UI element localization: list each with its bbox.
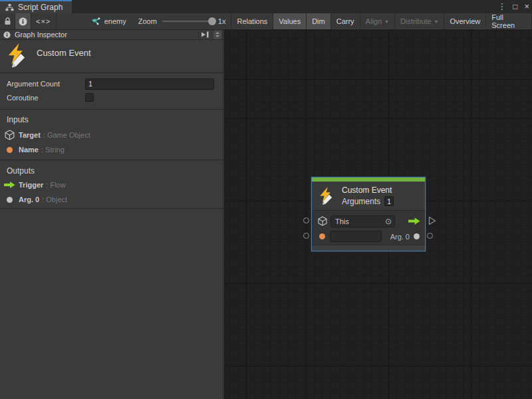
info-icon	[19, 17, 27, 26]
values-button[interactable]: Values	[273, 13, 306, 29]
input-row-name: Name : String	[0, 144, 223, 155]
node-row-target: This ⊙	[312, 213, 425, 229]
target-value: This	[335, 217, 385, 225]
lock-icon	[4, 17, 11, 25]
inspector-title: Graph Inspector	[15, 31, 67, 39]
code-view-button[interactable]: <×>	[31, 13, 56, 29]
port-type: : Game Object	[43, 131, 90, 139]
unit-title: Custom Event	[37, 48, 91, 58]
custom-event-icon	[6, 43, 29, 68]
trigger-output-port[interactable]	[428, 216, 436, 225]
window-menu-icon[interactable]: ⋮	[497, 0, 506, 13]
inputs-header: Inputs	[7, 115, 29, 124]
close-icon[interactable]: ×	[524, 0, 529, 13]
zoom-control: Zoom 1x	[133, 13, 231, 29]
inspector-toggle-button[interactable]	[15, 13, 30, 29]
graph-hierarchy-icon	[5, 4, 14, 11]
relations-label: Relations	[237, 17, 267, 25]
script-graph-asset-icon	[91, 17, 100, 26]
graph-toolbar: <×> enemy Zoom 1x Relations	[0, 13, 532, 30]
overview-button[interactable]: Overview	[444, 13, 485, 29]
titlebar: Script Graph ⋮ □ ×	[0, 0, 532, 13]
port-name: Target	[19, 131, 41, 139]
fullscreen-button[interactable]: Full Screen	[485, 13, 532, 29]
coroutine-label: Coroutine	[7, 94, 39, 102]
output-row-arg0: Arg. 0 : Object	[0, 194, 223, 205]
outputs-header: Outputs	[7, 166, 35, 176]
name-input-port[interactable]	[303, 233, 309, 239]
inputs-section: Inputs Target : Game Object Name : Strin…	[0, 110, 223, 160]
string-dot-icon	[0, 147, 19, 153]
argument-count-input[interactable]: 1	[85, 78, 214, 90]
zoom-slider-handle[interactable]	[208, 17, 216, 25]
scrub-down-icon	[215, 35, 219, 37]
chevron-down-icon: ▼	[384, 19, 389, 24]
node-body: This ⊙ Arg. 0	[312, 211, 425, 245]
port-name: Arg. 0	[19, 196, 39, 203]
graph-reference-breadcrumb[interactable]: enemy	[84, 13, 133, 29]
coroutine-checkbox[interactable]	[85, 93, 94, 102]
flow-arrow-icon	[408, 217, 420, 225]
zoom-label: Zoom	[138, 17, 157, 25]
cube-icon	[318, 216, 327, 226]
info-icon	[3, 31, 11, 39]
custom-event-node[interactable]: Custom Event Arguments 1	[311, 177, 426, 251]
align-label: Align	[366, 17, 382, 25]
target-input-port[interactable]	[303, 217, 309, 223]
maximize-icon[interactable]: □	[513, 0, 517, 13]
window-controls: ⋮ □ ×	[497, 0, 529, 13]
distribute-label: Distribute	[400, 17, 431, 25]
panel-scrubber[interactable]	[213, 31, 221, 39]
object-dot-icon	[0, 197, 19, 203]
output-row-trigger: Trigger : Flow	[0, 180, 223, 190]
dim-label: Dim	[312, 17, 325, 25]
unit-settings-section: Argument Count 1 Coroutine	[0, 74, 223, 110]
port-type: : Flow	[46, 181, 65, 189]
node-header[interactable]: Custom Event Arguments 1	[312, 182, 425, 211]
target-object-dropdown[interactable]: This ⊙	[331, 215, 395, 227]
unit-header-section: Custom Event	[0, 40, 223, 73]
port-type: : String	[41, 146, 65, 154]
relations-button[interactable]: Relations	[231, 13, 273, 29]
carry-label: Carry	[336, 17, 354, 25]
dock-panel-button[interactable]	[198, 31, 211, 39]
unity-script-graph-window: Script Graph ⋮ □ ×	[0, 0, 532, 399]
fullscreen-label: Full Screen	[491, 13, 526, 29]
graph-canvas[interactable]: Custom Event Arguments 1	[224, 30, 532, 399]
dim-button[interactable]: Dim	[306, 13, 331, 29]
graph-reference-label: enemy	[104, 17, 126, 25]
arguments-label: Arguments	[342, 197, 380, 206]
zoom-slider[interactable]	[162, 21, 213, 22]
graph-inspector-panel: Graph Inspector	[0, 30, 223, 399]
name-input-field[interactable]	[330, 231, 382, 242]
outputs-section: Outputs Trigger : Flow Arg. 0 : Object	[0, 161, 223, 209]
overview-label: Overview	[450, 17, 480, 25]
toolbar-separator	[56, 13, 57, 29]
carry-button[interactable]: Carry	[331, 13, 360, 29]
chevron-down-icon: ▼	[434, 19, 438, 24]
input-row-target: Target : Game Object	[0, 130, 223, 140]
port-type: : Object	[42, 196, 67, 203]
scrub-up-icon	[215, 32, 219, 34]
inspector-header: Graph Inspector	[0, 30, 223, 40]
arg0-output-port[interactable]	[427, 233, 433, 239]
values-label: Values	[279, 17, 301, 25]
node-row-arg0: Arg. 0	[312, 229, 425, 244]
custom-event-icon	[318, 187, 335, 205]
distribute-dropdown-button[interactable]: Distribute ▼	[394, 13, 444, 29]
flow-arrow-icon	[0, 182, 19, 188]
node-footer	[312, 245, 425, 251]
object-dot-icon	[414, 233, 420, 239]
node-title: Custom Event	[342, 186, 394, 195]
align-dropdown-button[interactable]: Align ▼	[360, 13, 394, 29]
zoom-value: 1x	[218, 17, 226, 25]
object-picker-icon[interactable]: ⊙	[385, 217, 392, 226]
argument-count-label: Argument Count	[7, 80, 60, 88]
tab-label: Script Graph	[18, 3, 63, 12]
tab-script-graph[interactable]: Script Graph	[0, 0, 72, 13]
cube-icon	[0, 130, 19, 140]
string-dot-icon	[319, 233, 325, 239]
lock-button[interactable]	[0, 13, 15, 29]
port-name: Name	[19, 146, 39, 154]
arguments-count-field[interactable]: 1	[384, 196, 394, 206]
